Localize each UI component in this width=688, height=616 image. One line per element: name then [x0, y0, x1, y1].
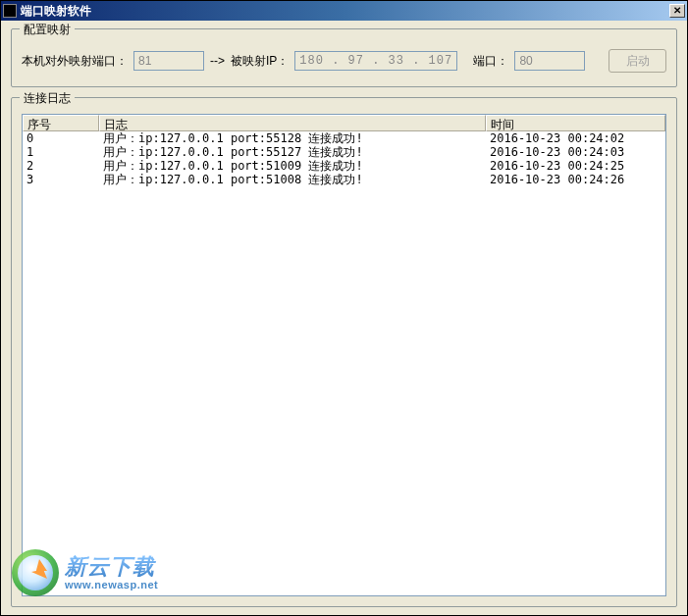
col-seq-header[interactable]: 序号	[23, 115, 99, 131]
port-input[interactable]	[514, 51, 585, 71]
app-title: 端口映射软件	[21, 3, 669, 20]
cell-time: 2016-10-23 00:24:03	[486, 145, 665, 159]
col-time-header[interactable]: 时间	[486, 115, 665, 131]
listview-body[interactable]: 0用户：ip:127.0.0.1 port:55128 连接成功!2016-10…	[23, 131, 665, 595]
log-listview[interactable]: 序号 日志 时间 0用户：ip:127.0.0.1 port:55128 连接成…	[22, 114, 666, 596]
client-area: 配置映射 本机对外映射端口： --> 被映射IP： 端口： 启动 连接日志 序号…	[1, 21, 687, 615]
arrow-label: -->	[210, 54, 225, 68]
cell-seq: 2	[23, 159, 99, 173]
close-button[interactable]: ✕	[669, 4, 685, 18]
mapped-ip-input[interactable]	[294, 51, 457, 71]
config-group-title: 配置映射	[20, 22, 75, 38]
table-row[interactable]: 2用户：ip:127.0.0.1 port:51009 连接成功!2016-10…	[23, 159, 665, 173]
start-button[interactable]: 启动	[609, 49, 666, 73]
mapped-ip-label: 被映射IP：	[231, 53, 289, 70]
log-group-title: 连接日志	[20, 90, 75, 107]
cell-seq: 3	[23, 173, 99, 186]
cell-log: 用户：ip:127.0.0.1 port:51008 连接成功!	[99, 173, 486, 186]
local-port-label: 本机对外映射端口：	[22, 53, 128, 70]
app-window: 端口映射软件 ✕ 配置映射 本机对外映射端口： --> 被映射IP： 端口： 启…	[0, 0, 688, 616]
cell-time: 2016-10-23 00:24:25	[486, 159, 665, 173]
table-row[interactable]: 0用户：ip:127.0.0.1 port:55128 连接成功!2016-10…	[23, 131, 665, 145]
port-label: 端口：	[473, 53, 508, 70]
app-icon	[3, 4, 17, 18]
local-port-input[interactable]	[133, 51, 204, 71]
cell-seq: 0	[23, 131, 99, 145]
listview-header: 序号 日志 时间	[23, 115, 665, 131]
log-groupbox: 连接日志 序号 日志 时间 0用户：ip:127.0.0.1 port:5512…	[11, 97, 677, 607]
cell-seq: 1	[23, 145, 99, 159]
config-row: 本机对外映射端口： --> 被映射IP： 端口： 启动	[22, 45, 666, 77]
cell-time: 2016-10-23 00:24:26	[486, 173, 665, 186]
config-groupbox: 配置映射 本机对外映射端口： --> 被映射IP： 端口： 启动	[11, 28, 677, 87]
table-row[interactable]: 1用户：ip:127.0.0.1 port:55127 连接成功!2016-10…	[23, 145, 665, 159]
table-row[interactable]: 3用户：ip:127.0.0.1 port:51008 连接成功!2016-10…	[23, 173, 665, 186]
cell-time: 2016-10-23 00:24:02	[486, 131, 665, 145]
cell-log: 用户：ip:127.0.0.1 port:55128 连接成功!	[99, 131, 486, 145]
cell-log: 用户：ip:127.0.0.1 port:55127 连接成功!	[99, 145, 486, 159]
titlebar[interactable]: 端口映射软件 ✕	[1, 1, 687, 21]
col-log-header[interactable]: 日志	[99, 115, 486, 131]
cell-log: 用户：ip:127.0.0.1 port:51009 连接成功!	[99, 159, 486, 173]
